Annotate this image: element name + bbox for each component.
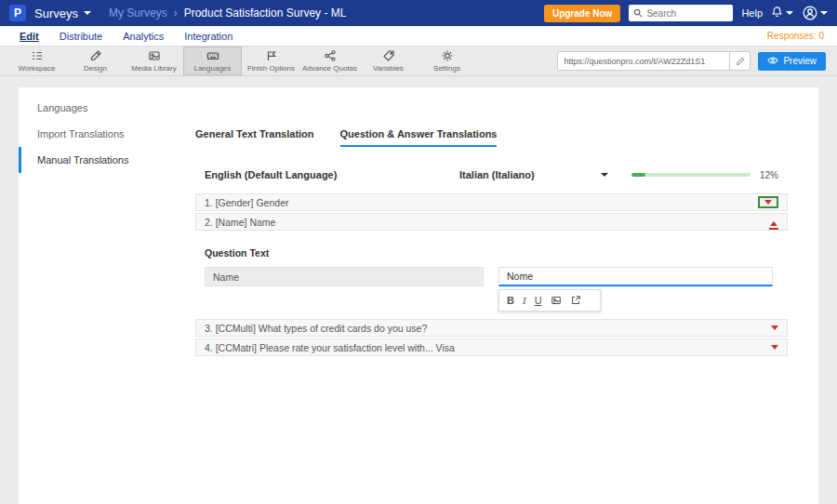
advance-quotas-icon xyxy=(324,49,337,62)
tool-label: Finish Options xyxy=(247,64,295,73)
search-icon xyxy=(633,5,643,21)
question-list: 1. [Gender] Gender 2. [Name] Name Questi… xyxy=(195,193,788,356)
surveys-product-label: Surveys xyxy=(34,7,78,20)
italic-button[interactable]: I xyxy=(523,296,526,306)
language-selector-row: English (Default Language) Italian (Ital… xyxy=(195,169,788,180)
notifications-menu[interactable] xyxy=(771,5,793,21)
chevron-down-icon xyxy=(764,200,772,205)
chevron-up-icon xyxy=(770,221,777,226)
search-input[interactable] xyxy=(646,8,728,19)
chevron-down-icon xyxy=(84,11,91,15)
breadcrumb-my-surveys[interactable]: My Surveys xyxy=(109,7,167,20)
chevron-down-icon[interactable] xyxy=(771,325,778,330)
translation-input-row xyxy=(205,267,788,286)
target-language-select[interactable]: Italian (Italiano) xyxy=(459,169,608,180)
responses-count[interactable]: Responses: 0 xyxy=(767,31,828,41)
breadcrumb-separator: › xyxy=(174,7,178,20)
question-label: 3. [CCMulti] What types of credit cards … xyxy=(205,323,427,334)
surveys-product-menu[interactable]: Surveys xyxy=(34,7,91,20)
question-label: 2. [Name] Name xyxy=(205,217,275,228)
topbar: P Surveys My Surveys › Product Satisfact… xyxy=(0,0,837,26)
tool-advance-quotas[interactable]: Advance Quotas xyxy=(300,46,359,75)
edit-toolbar: Workspace Design Media Library Languages xyxy=(0,46,837,76)
upgrade-now-button[interactable]: Upgrade Now xyxy=(544,5,620,22)
target-language-value: Italian (Italiano) xyxy=(459,169,535,180)
question-row-ccmatri[interactable]: 4. [CCMatri] Please rate your satisfacti… xyxy=(195,338,788,356)
media-library-icon xyxy=(148,49,161,62)
help-link[interactable]: Help xyxy=(741,7,763,19)
tab-question-answer-translations[interactable]: Question & Answer Translations xyxy=(340,128,498,147)
preview-label: Preview xyxy=(783,56,817,66)
insert-image-button[interactable] xyxy=(551,295,562,306)
tool-design[interactable]: Design xyxy=(66,46,125,75)
nav-item-distribute[interactable]: Distribute xyxy=(49,31,113,42)
chevron-down-icon xyxy=(601,173,608,177)
tool-languages[interactable]: Languages xyxy=(183,46,242,75)
tool-label: Advance Quotas xyxy=(302,64,357,73)
nav-item-edit[interactable]: Edit xyxy=(9,31,49,42)
tool-label: Variables xyxy=(373,64,404,73)
workspace-icon xyxy=(31,49,44,62)
breadcrumb: My Surveys › Product Satisfaction Survey… xyxy=(109,7,346,20)
survey-url-box xyxy=(557,51,751,71)
question-row-name[interactable]: 2. [Name] Name xyxy=(195,213,788,231)
tool-settings[interactable]: Settings xyxy=(418,46,476,75)
content-card: Languages Import Translations Manual Tra… xyxy=(19,87,818,504)
languages-icon xyxy=(206,49,219,62)
sidebar-item-languages[interactable]: Languages xyxy=(19,95,172,121)
bell-icon xyxy=(771,5,783,21)
tool-media-library[interactable]: Media Library xyxy=(125,46,183,75)
chevron-down-icon xyxy=(786,11,793,15)
source-text-input[interactable] xyxy=(205,267,484,286)
tab-general-text-translation[interactable]: General Text Translation xyxy=(195,128,314,147)
tool-finish-options[interactable]: Finish Options xyxy=(242,46,300,75)
target-text-input[interactable] xyxy=(498,267,773,286)
design-icon xyxy=(89,49,102,62)
settings-gear-icon xyxy=(441,49,454,62)
question-label: 4. [CCMatri] Please rate your satisfacti… xyxy=(205,342,455,353)
section-nav: Edit Distribute Analytics Integration Re… xyxy=(0,26,837,46)
collapse-bar-icon xyxy=(769,228,778,230)
preview-button[interactable]: Preview xyxy=(758,52,826,71)
question-text-label: Question Text xyxy=(205,247,788,259)
translations-sidebar: Languages Import Translations Manual Tra… xyxy=(19,87,172,504)
expand-toggle-focused[interactable] xyxy=(758,196,778,208)
tool-label: Settings xyxy=(433,64,460,73)
tool-label: Media Library xyxy=(131,64,176,73)
collapse-toggle[interactable] xyxy=(769,221,778,230)
translation-editor: Question Text B I U xyxy=(195,232,788,319)
formatting-toolbar: B I U xyxy=(498,289,601,312)
translations-main: General Text Translation Question & Answ… xyxy=(172,87,818,504)
insert-link-button[interactable] xyxy=(570,295,581,306)
breadcrumb-survey-title: Product Satisfaction Survey - ML xyxy=(184,7,347,20)
edit-url-pencil-icon[interactable] xyxy=(729,52,750,70)
tool-label: Workspace xyxy=(19,64,56,73)
source-language-label: English (Default Language) xyxy=(205,169,459,180)
eye-icon xyxy=(767,56,778,67)
account-menu[interactable] xyxy=(802,6,828,21)
sidebar-item-manual-translations[interactable]: Manual Translations xyxy=(19,147,172,173)
translation-progress-percent: 12% xyxy=(760,170,778,180)
tool-label: Design xyxy=(84,64,107,73)
tool-label: Languages xyxy=(194,64,232,73)
nav-item-analytics[interactable]: Analytics xyxy=(113,31,174,42)
avatar xyxy=(802,6,817,21)
questionpro-logo: P xyxy=(9,5,26,21)
question-row-gender[interactable]: 1. [Gender] Gender xyxy=(195,193,788,211)
translation-tabs: General Text Translation Question & Answ… xyxy=(195,128,788,147)
nav-item-integration[interactable]: Integration xyxy=(174,31,243,42)
bold-button[interactable]: B xyxy=(507,296,514,306)
chevron-down-icon[interactable] xyxy=(771,345,778,350)
question-row-ccmulti[interactable]: 3. [CCMulti] What types of credit cards … xyxy=(195,319,788,337)
translation-progress-bar xyxy=(631,173,751,177)
sidebar-item-import-translations[interactable]: Import Translations xyxy=(19,121,172,147)
question-label: 1. [Gender] Gender xyxy=(205,197,288,208)
underline-button[interactable]: U xyxy=(535,296,542,306)
translation-progress-fill xyxy=(631,173,645,177)
search-box xyxy=(629,5,733,21)
finish-options-icon xyxy=(265,49,278,62)
tool-variables[interactable]: Variables xyxy=(359,46,418,75)
tool-workspace[interactable]: Workspace xyxy=(7,46,66,75)
survey-url-input[interactable] xyxy=(558,57,729,66)
toolbar-right: Preview xyxy=(557,46,837,75)
